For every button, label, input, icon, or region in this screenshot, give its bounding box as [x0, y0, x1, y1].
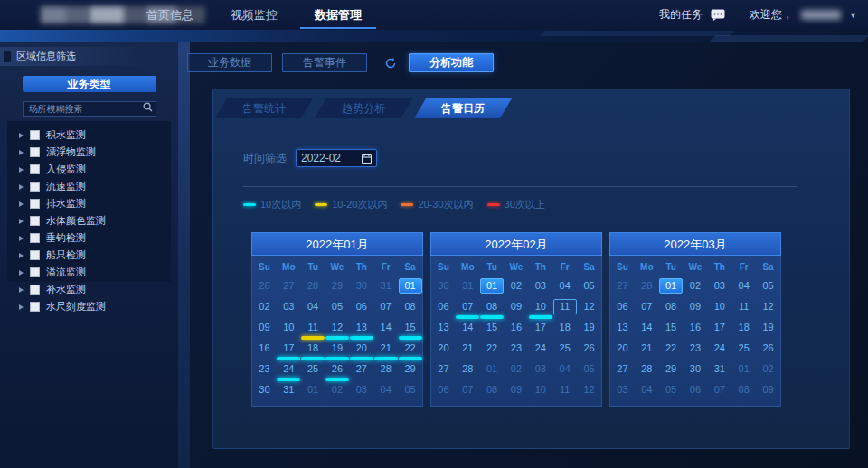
- calendar-day-cell[interactable]: 06: [431, 381, 456, 402]
- calendar-day-cell[interactable]: 03: [528, 277, 552, 298]
- calendar-day-cell[interactable]: 21: [456, 340, 480, 360]
- calendar-day-cell[interactable]: 22: [659, 340, 684, 360]
- calendar-day-cell[interactable]: 26: [577, 340, 601, 360]
- calendar-day-cell[interactable]: 06: [431, 298, 456, 319]
- calendar-day-cell[interactable]: 19: [577, 319, 601, 340]
- calendar-day-cell[interactable]: 30: [349, 277, 373, 298]
- calendar-day-cell[interactable]: 14: [456, 319, 480, 340]
- calendar-day-cell[interactable]: 08: [480, 298, 505, 319]
- calendar-day-cell[interactable]: 12: [756, 298, 780, 319]
- caret-right-icon[interactable]: [19, 167, 24, 173]
- nav-item-video-monitor[interactable]: 视频监控: [229, 0, 279, 30]
- calendar-day-cell[interactable]: 18: [731, 319, 756, 340]
- tree-item[interactable]: 水体颜色监测: [7, 212, 171, 229]
- calendar-day-cell[interactable]: 01: [301, 381, 326, 402]
- calendar-day-cell[interactable]: 27: [431, 360, 456, 381]
- calendar-day-cell[interactable]: 31: [456, 277, 480, 298]
- calendar-day-cell[interactable]: 24: [707, 340, 731, 360]
- calendar-day-cell[interactable]: 16: [684, 319, 708, 340]
- calendar-day-cell[interactable]: 18: [552, 319, 577, 340]
- calendar-day-cell[interactable]: 07: [635, 298, 659, 319]
- calendar-day-cell[interactable]: 27: [349, 360, 373, 381]
- calendar-day-cell[interactable]: 02: [756, 360, 780, 381]
- calendar-day-cell[interactable]: 01: [398, 277, 422, 298]
- calendar-day-cell[interactable]: 29: [659, 360, 684, 381]
- calendar-day-cell[interactable]: 01: [480, 277, 505, 298]
- calendar-day-cell[interactable]: 10: [528, 298, 552, 319]
- checkbox[interactable]: [30, 147, 40, 157]
- calendar-day-cell[interactable]: 24: [277, 360, 301, 381]
- caret-right-icon[interactable]: [19, 150, 24, 155]
- calendar-day-cell[interactable]: 02: [684, 277, 708, 298]
- tab-alarm-calendar[interactable]: 告警日历: [414, 98, 512, 118]
- calendar-day-cell[interactable]: 23: [684, 340, 708, 360]
- calendar-day-cell[interactable]: 11: [552, 298, 577, 319]
- checkbox[interactable]: [30, 216, 40, 226]
- tree-item[interactable]: 入侵监测: [7, 161, 171, 178]
- calendar-day-cell[interactable]: 11: [731, 298, 756, 319]
- calendar-day-cell[interactable]: 26: [756, 340, 780, 360]
- calendar-day-cell[interactable]: 05: [756, 277, 780, 298]
- calendar-day-cell[interactable]: 03: [349, 381, 373, 402]
- calendar-day-cell[interactable]: 29: [398, 360, 422, 381]
- calendar-day-cell[interactable]: 11: [301, 319, 326, 340]
- search-icon[interactable]: [143, 102, 153, 112]
- calendar-day-cell[interactable]: 17: [528, 319, 552, 340]
- business-type-button[interactable]: 业务类型: [23, 76, 156, 92]
- my-tasks-link[interactable]: 我的任务: [659, 7, 703, 23]
- calendar-day-cell[interactable]: 23: [505, 340, 529, 360]
- calendar-day-cell[interactable]: 02: [326, 381, 350, 402]
- caret-right-icon[interactable]: [19, 304, 24, 310]
- calendar-day-cell[interactable]: 01: [659, 277, 684, 298]
- calendar-day-cell[interactable]: 28: [635, 277, 659, 298]
- calendar-day-cell[interactable]: 05: [577, 277, 601, 298]
- calendar-day-cell[interactable]: 01: [731, 360, 756, 381]
- calendar-day-cell[interactable]: 30: [431, 277, 456, 298]
- calendar-day-cell[interactable]: 05: [326, 298, 350, 319]
- calendar-day-cell[interactable]: 30: [252, 381, 277, 402]
- calendar-day-cell[interactable]: 15: [398, 319, 422, 340]
- calendar-day-cell[interactable]: 31: [373, 277, 398, 298]
- calendar-day-cell[interactable]: 21: [635, 340, 659, 360]
- refresh-icon[interactable]: [384, 57, 397, 70]
- calendar-day-cell[interactable]: 07: [373, 298, 398, 319]
- tree-item[interactable]: 溢流监测: [7, 264, 171, 281]
- calendar-day-cell[interactable]: 12: [326, 319, 350, 340]
- calendar-day-cell[interactable]: 08: [659, 298, 684, 319]
- calendar-day-cell[interactable]: 13: [610, 319, 635, 340]
- checkbox[interactable]: [30, 250, 40, 260]
- chevron-down-icon[interactable]: ▼: [849, 11, 857, 20]
- calendar-day-cell[interactable]: 27: [610, 360, 635, 381]
- caret-right-icon[interactable]: [19, 184, 24, 190]
- business-data-button[interactable]: 业务数据: [187, 53, 272, 72]
- caret-right-icon[interactable]: [19, 287, 24, 293]
- calendar-day-cell[interactable]: 04: [552, 277, 577, 298]
- calendar-day-cell[interactable]: 03: [277, 298, 301, 319]
- calendar-day-cell[interactable]: 04: [635, 381, 659, 402]
- calendar-day-cell[interactable]: 28: [456, 360, 480, 381]
- calendar-day-cell[interactable]: 02: [252, 298, 277, 319]
- calendar-day-cell[interactable]: 28: [301, 277, 326, 298]
- calendar-day-cell[interactable]: 08: [731, 381, 756, 402]
- calendar-day-cell[interactable]: 03: [528, 360, 552, 381]
- calendar-day-cell[interactable]: 06: [610, 298, 635, 319]
- calendar-day-cell[interactable]: 27: [610, 277, 635, 298]
- calendar-day-cell[interactable]: 14: [635, 319, 659, 340]
- calendar-day-cell[interactable]: 04: [301, 298, 326, 319]
- calendar-day-cell[interactable]: 05: [659, 381, 684, 402]
- calendar-day-cell[interactable]: 04: [552, 360, 577, 381]
- calendar-day-cell[interactable]: 29: [326, 277, 350, 298]
- calendar-day-cell[interactable]: 19: [756, 319, 780, 340]
- calendar-day-cell[interactable]: 06: [684, 381, 708, 402]
- calendar-day-cell[interactable]: 15: [659, 319, 684, 340]
- calendar-day-cell[interactable]: 15: [480, 319, 505, 340]
- calendar-day-cell[interactable]: 28: [635, 360, 659, 381]
- calendar-day-cell[interactable]: 22: [398, 340, 422, 360]
- nav-item-home[interactable]: 首页信息: [145, 0, 195, 30]
- calendar-day-cell[interactable]: 16: [505, 319, 529, 340]
- alarm-events-button[interactable]: 告警事件: [282, 53, 367, 72]
- calendar-day-cell[interactable]: 18: [301, 340, 326, 360]
- calendar-day-cell[interactable]: 04: [731, 277, 756, 298]
- calendar-day-cell[interactable]: 27: [277, 277, 301, 298]
- calendar-day-cell[interactable]: 17: [707, 319, 731, 340]
